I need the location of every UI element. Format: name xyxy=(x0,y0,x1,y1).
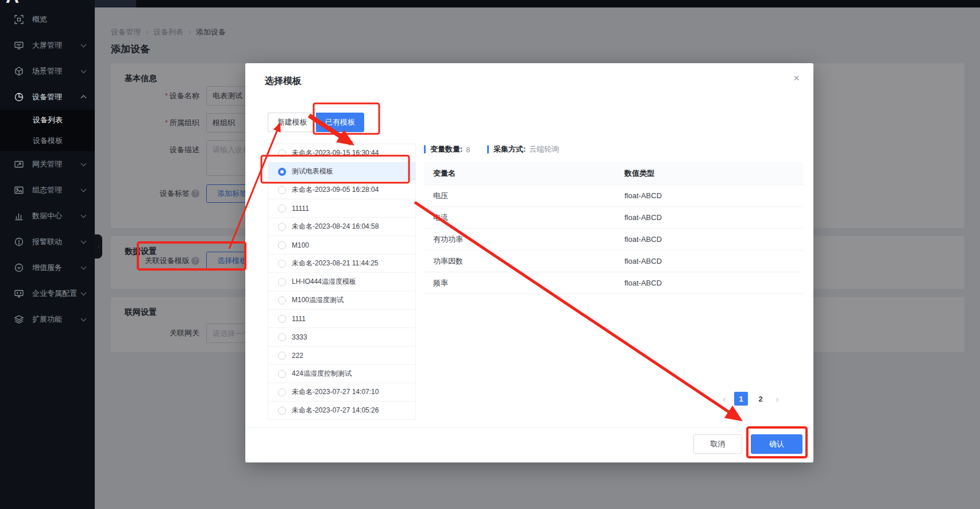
template-list-item[interactable]: 11111 xyxy=(268,199,415,218)
sidebar-item-data-center[interactable]: 数据中心 xyxy=(0,203,95,229)
radio-icon[interactable] xyxy=(278,296,286,304)
template-list-item[interactable]: M100温湿度测试 xyxy=(268,291,415,310)
device-mgmt-submenu: 设备列表 设备模板 xyxy=(0,110,95,151)
sidebar-item-label: 网关管理 xyxy=(32,159,82,169)
chevron-down-icon xyxy=(81,238,87,244)
bar-chart-icon xyxy=(14,211,24,221)
template-list-item[interactable]: 未命名-2023-08-24 16:04:58 xyxy=(268,218,415,236)
sidebar-item-extend-functions[interactable]: 扩展功能 xyxy=(0,306,95,332)
table-row: 电流 float-ABCD xyxy=(424,207,803,229)
blue-bar-icon xyxy=(487,145,489,153)
radio-icon[interactable] xyxy=(278,205,286,213)
sidebar-item-label: 企业专属配置 xyxy=(32,288,82,299)
template-list-item[interactable]: 未命名-2023-08-21 11:44:25 xyxy=(268,254,415,273)
template-list-item[interactable]: 未命名-2023-09-05 16:28:04 xyxy=(268,181,415,199)
variable-count-value: 8 xyxy=(466,145,470,154)
tab-new-template[interactable]: 新建模板 xyxy=(268,113,316,132)
template-list-item[interactable]: 未命名-2023-07-27 14:07:10 xyxy=(268,383,415,402)
sidebar-item-label: 数据中心 xyxy=(32,211,82,221)
chevron-down-icon xyxy=(81,212,87,218)
chevron-down-icon xyxy=(81,41,87,47)
select-template-modal: 选择模板 × 新建模板 已有模板 未命名-2023-09-15 16:30:44… xyxy=(245,63,813,462)
footer-divider xyxy=(245,427,813,428)
clock-icon xyxy=(14,263,24,272)
template-list-item[interactable]: 未命名-2023-09-15 16:30:44 xyxy=(268,144,415,163)
sidebar-item-alarm-linkage[interactable]: 报警联动 xyxy=(0,229,95,254)
sidebar-item-label: 场景管理 xyxy=(32,66,82,76)
confirm-button[interactable]: 确认 xyxy=(751,434,802,454)
device-pie-icon xyxy=(14,92,24,102)
template-list: 未命名-2023-09-15 16:30:44 测试电表模板 未命名-2023-… xyxy=(268,144,416,420)
layers-icon xyxy=(14,314,24,324)
topbar-tab xyxy=(95,0,136,7)
radio-icon[interactable] xyxy=(278,333,286,341)
sidebar-item-label: 报警联动 xyxy=(32,237,82,247)
scene-cube-icon xyxy=(14,66,24,76)
template-list-item-selected[interactable]: 测试电表模板 xyxy=(268,163,415,181)
template-tabs: 新建模板 已有模板 xyxy=(268,113,364,132)
alarm-icon xyxy=(14,237,24,246)
sidebar-subitem-label: 设备模板 xyxy=(33,136,63,146)
sidebar: A 概览 大屏管理 场景管理 设备管理 xyxy=(0,0,95,509)
sidebar-item-gateway-mgmt[interactable]: 网关管理 xyxy=(0,151,95,177)
radio-icon[interactable] xyxy=(278,278,286,286)
sidebar-item-device-mgmt[interactable]: 设备管理 xyxy=(0,84,95,110)
sidebar-item-value-added[interactable]: 增值服务 xyxy=(0,254,95,280)
collect-mode-label: 采集方式: xyxy=(493,144,526,155)
template-list-item[interactable]: 1111 xyxy=(268,310,415,328)
variable-count-info: 变量数量: 8 xyxy=(424,145,470,154)
sidebar-item-device-template[interactable]: 设备模板 xyxy=(0,130,95,151)
sidebar-item-label: 组态管理 xyxy=(32,185,82,195)
chevron-down-icon xyxy=(81,264,87,269)
page-button-1[interactable]: 1 xyxy=(734,392,748,406)
collect-mode-info: 采集方式: 云端轮询 xyxy=(487,145,559,154)
variable-table: 变量名 数值类型 电压 float-ABCD 电流 float-ABCD 有功功… xyxy=(424,162,803,294)
radio-icon[interactable] xyxy=(278,370,286,378)
template-list-item[interactable]: 424温湿度控制测试 xyxy=(268,365,415,383)
radio-icon[interactable] xyxy=(278,241,286,249)
page-next-icon[interactable]: › xyxy=(773,394,781,404)
sidebar-menu: 概览 大屏管理 场景管理 设备管理 设备列表 xyxy=(0,7,95,332)
table-row: 频率 float-ABCD xyxy=(424,272,803,294)
chevron-down-icon xyxy=(81,290,87,295)
sidebar-item-screen-mgmt[interactable]: 大屏管理 xyxy=(0,32,95,58)
radio-icon[interactable] xyxy=(278,407,286,415)
table-row: 有功功率 float-ABCD xyxy=(424,229,803,250)
radio-icon[interactable] xyxy=(278,352,286,360)
sidebar-item-label: 大屏管理 xyxy=(32,40,82,51)
template-list-item[interactable]: 222 xyxy=(268,346,415,365)
radio-icon[interactable] xyxy=(278,223,286,231)
radio-icon[interactable] xyxy=(278,388,286,396)
sidebar-item-enterprise-config[interactable]: 企业专属配置 xyxy=(0,280,95,306)
variable-count-label: 变量数量: xyxy=(430,144,462,155)
template-list-item[interactable]: 未命名-2023-07-27 14:05:26 xyxy=(268,402,415,420)
sidebar-item-overview[interactable]: 概览 xyxy=(0,7,95,32)
close-icon[interactable]: × xyxy=(793,72,800,83)
chevron-down-icon xyxy=(81,160,87,166)
monitor-code-icon xyxy=(14,288,24,298)
sidebar-item-config-mgmt[interactable]: 组态管理 xyxy=(0,177,95,203)
col-value-type: 数值类型 xyxy=(624,168,803,179)
sidebar-subitem-label: 设备列表 xyxy=(33,115,63,125)
sidebar-item-device-list[interactable]: 设备列表 xyxy=(0,110,95,130)
radio-icon[interactable] xyxy=(278,315,286,323)
cancel-button[interactable]: 取消 xyxy=(693,434,742,454)
template-list-item[interactable]: LH-IO444温湿度模板 xyxy=(268,273,415,291)
chevron-up-icon xyxy=(81,95,87,101)
radio-checked-icon[interactable] xyxy=(278,168,286,176)
page-prev-icon[interactable]: ‹ xyxy=(720,394,728,404)
collect-mode-value: 云端轮询 xyxy=(529,144,559,155)
template-list-item[interactable]: M100 xyxy=(268,236,415,254)
radio-icon[interactable] xyxy=(278,149,286,157)
tab-existing-template[interactable]: 已有模板 xyxy=(316,113,364,132)
template-list-item[interactable]: 3333 xyxy=(268,328,415,346)
sidebar-item-scene-mgmt[interactable]: 场景管理 xyxy=(0,58,95,84)
page-button-2[interactable]: 2 xyxy=(754,392,767,406)
radio-icon[interactable] xyxy=(278,186,286,194)
gateway-icon xyxy=(14,159,24,169)
radio-icon[interactable] xyxy=(278,260,286,268)
sidebar-item-label: 设备管理 xyxy=(32,92,82,102)
sidebar-item-label: 增值服务 xyxy=(32,263,82,273)
chevron-down-icon xyxy=(81,67,87,73)
topbar xyxy=(0,0,980,7)
